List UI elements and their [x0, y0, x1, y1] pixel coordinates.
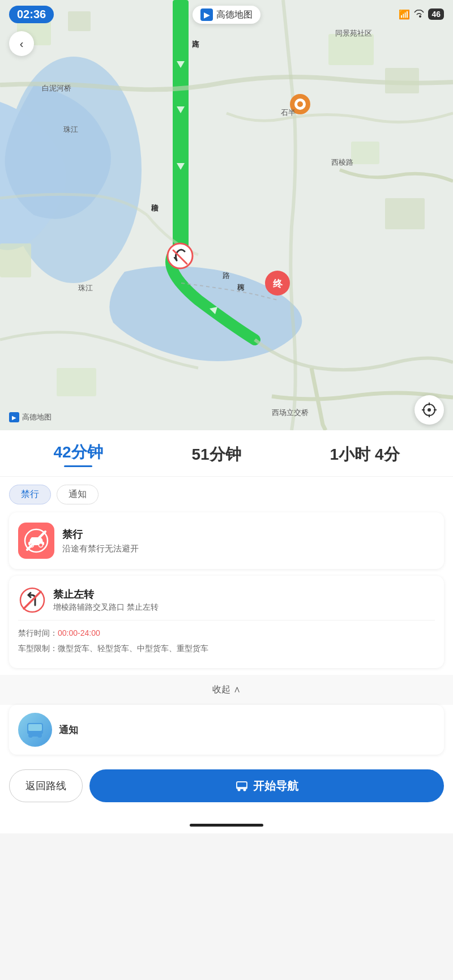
no-left-card: 禁止左转 增棱路辅路交叉路口 禁止左转 禁行时间：00:00-24:00 车型限… — [9, 576, 444, 668]
start-navigate-label: 开始导航 — [253, 778, 298, 794]
collapse-button[interactable]: 收起 ∧ — [0, 675, 453, 705]
amap-watermark: ▶ 高德地图 — [9, 412, 52, 422]
route-tab-underline-0 — [64, 465, 92, 467]
map-label-xichang: 西场立交桥 — [272, 408, 309, 418]
route-tab-2[interactable]: 1小时 4分 — [330, 444, 400, 465]
location-button[interactable] — [414, 395, 444, 425]
notification-icon — [18, 713, 52, 747]
route-tab-0[interactable]: 42分钟 — [53, 442, 102, 467]
map-area[interactable]: 终 02:36 📶 46 ▶ 高德地图 ‹ 白泥河桥 珠江 珠江 许广高速 增棱… — [0, 0, 453, 430]
route-tab-1[interactable]: 51分钟 — [192, 444, 241, 465]
wifi-icon — [413, 9, 425, 20]
svg-rect-11 — [351, 142, 379, 164]
svg-rect-12 — [385, 198, 425, 229]
home-indicator — [0, 819, 453, 833]
svg-rect-40 — [29, 733, 41, 737]
no-left-time-value: 00:00-24:00 — [58, 628, 100, 637]
no-entry-title: 禁行 — [62, 528, 139, 541]
signal-icon: 📶 — [399, 9, 410, 20]
notification-section: 通知 — [9, 705, 444, 755]
amap-logo-text: 高德地图 — [216, 9, 253, 21]
no-left-header: 禁止左转 增棱路辅路交叉路口 禁止左转 — [18, 586, 435, 614]
no-entry-icon — [24, 528, 49, 553]
return-route-button[interactable]: 返回路线 — [9, 769, 83, 802]
amap-small-logo: ▶ — [9, 412, 19, 422]
back-button[interactable]: ‹ — [9, 31, 34, 56]
amap-logo-top: ▶ 高德地图 — [193, 6, 260, 24]
svg-rect-10 — [385, 68, 419, 93]
no-left-time-label: 禁行时间： — [18, 628, 58, 637]
map-label-shiban: 石半 — [281, 108, 296, 118]
svg-rect-37 — [28, 724, 42, 731]
collapse-label: 收起 ∧ — [212, 684, 240, 694]
route-tab-time-0: 42分钟 — [53, 442, 102, 463]
map-label-zhujiang2: 珠江 — [78, 283, 93, 293]
status-time: 02:36 — [9, 6, 54, 23]
map-label-tongjing: 同景苑社区 — [335, 28, 372, 38]
no-entry-subtitle: 沿途有禁行无法避开 — [62, 544, 139, 554]
svg-rect-9 — [328, 34, 374, 65]
no-left-time-row: 禁行时间：00:00-24:00 — [18, 627, 435, 639]
notification-label: 通知 — [59, 724, 78, 737]
no-left-icon-wrap — [18, 586, 46, 614]
map-label-xiling: 西棱路 — [331, 157, 353, 168]
home-bar — [190, 824, 263, 827]
bottom-panel: 42分钟 51分钟 1小时 4分 禁行 通知 — [0, 430, 453, 833]
svg-point-43 — [238, 789, 241, 791]
no-left-details: 禁行时间：00:00-24:00 车型限制：微型货车、轻型货车、中型货车、重型货… — [18, 620, 435, 654]
no-entry-content: 禁行 沿途有禁行无法避开 — [9, 512, 444, 569]
no-left-turn-icon — [19, 587, 45, 613]
svg-rect-42 — [237, 782, 246, 787]
amap-logo-icon: ▶ — [200, 8, 213, 21]
amap-watermark-text: 高德地图 — [22, 412, 52, 422]
route-tab-time-1: 51分钟 — [192, 444, 241, 465]
status-right: 📶 46 — [399, 8, 444, 20]
start-navigate-button[interactable]: 开始导航 — [89, 769, 444, 802]
svg-point-22 — [297, 101, 303, 107]
navigate-bus-icon — [235, 779, 249, 793]
map-label-bainihebridg: 白泥河桥 — [42, 83, 71, 93]
map-label-zhujiang1: 珠江 — [63, 125, 78, 135]
battery-indicator: 46 — [428, 8, 444, 20]
no-left-vehicle-row: 车型限制：微型货车、轻型货车、中型货车、重型货车 — [18, 643, 435, 654]
svg-point-44 — [243, 789, 246, 791]
no-left-subtitle: 增棱路辅路交叉路口 禁止左转 — [53, 602, 159, 613]
no-left-title: 禁止左转 — [53, 588, 159, 601]
no-left-content: 禁止左转 增棱路辅路交叉路口 禁止左转 禁行时间：00:00-24:00 车型限… — [9, 576, 444, 668]
bottom-buttons: 返回路线 开始导航 — [0, 761, 453, 819]
no-entry-icon-wrap — [18, 523, 54, 559]
route-tab-time-2: 1小时 4分 — [330, 444, 400, 465]
svg-text:终: 终 — [272, 279, 283, 289]
no-entry-card: 禁行 沿途有禁行无法避开 — [9, 512, 444, 569]
no-entry-text: 禁行 沿途有禁行无法避开 — [62, 528, 139, 554]
svg-rect-14 — [57, 368, 96, 396]
filter-tab-jixing[interactable]: 禁行 — [9, 485, 51, 504]
filter-tabs: 禁行 通知 — [0, 477, 453, 512]
filter-tab-tongzhi[interactable]: 通知 — [57, 485, 99, 504]
route-tabs: 42分钟 51分钟 1小时 4分 — [0, 430, 453, 477]
no-left-text-group: 禁止左转 增棱路辅路交叉路口 禁止左转 — [53, 588, 159, 613]
svg-rect-13 — [0, 243, 31, 277]
svg-rect-2 — [173, 0, 189, 255]
svg-point-32 — [39, 544, 43, 547]
svg-point-24 — [428, 408, 431, 412]
